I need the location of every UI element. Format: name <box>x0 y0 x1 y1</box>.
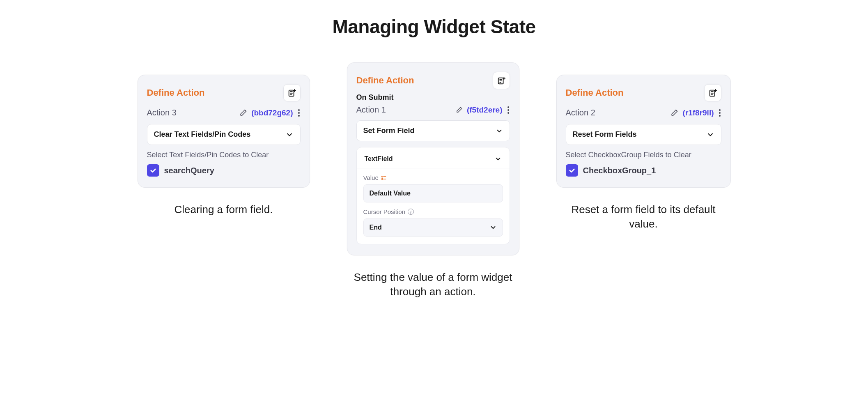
value-label-text: Value <box>363 174 379 181</box>
select-value: Reset Form Fields <box>573 130 637 139</box>
action-type-select[interactable]: Reset Form Fields <box>566 124 721 145</box>
add-action-button[interactable] <box>493 72 510 89</box>
action-label: Action 1 <box>356 105 386 115</box>
cards-row: Define Action Action 3 <box>0 75 868 299</box>
select-value: TextField <box>365 155 393 163</box>
checkbox-searchquery[interactable] <box>147 164 159 177</box>
checkbox-checkboxgroup1[interactable] <box>566 164 578 177</box>
panel-reset-fields: Define Action Action 2 <box>556 75 731 188</box>
chevron-down-icon <box>706 131 714 139</box>
edit-icon[interactable] <box>670 109 678 117</box>
action-row: Action 2 (r1f8r9il) <box>566 108 721 117</box>
kebab-icon[interactable] <box>507 106 510 115</box>
caption-left: Clearing a form field. <box>175 202 273 217</box>
kebab-icon[interactable] <box>297 108 301 117</box>
helper-text: Select CheckboxGroup Fields to Clear <box>566 151 721 159</box>
panel-set-field: Define Action On Submit Action 1 <box>347 62 519 255</box>
action-right: (bbd72g62) <box>239 108 300 117</box>
card-middle: Define Action On Submit Action 1 <box>347 62 519 299</box>
add-action-button[interactable] <box>704 84 721 101</box>
add-action-icon <box>708 88 717 97</box>
edit-icon[interactable] <box>455 106 463 114</box>
chevron-down-icon <box>285 131 294 139</box>
action-label: Action 2 <box>566 108 595 117</box>
action-id[interactable]: (bbd72g62) <box>251 108 293 117</box>
action-type-select[interactable]: Clear Text Fields/Pin Codes <box>147 124 301 145</box>
card-left: Define Action Action 3 <box>138 75 310 217</box>
select-value: Clear Text Fields/Pin Codes <box>154 130 251 139</box>
checkbox-row: searchQuery <box>147 164 301 177</box>
variable-icon[interactable] <box>381 175 387 180</box>
action-id[interactable]: (f5td2ere) <box>467 106 503 115</box>
panel-header: Define Action <box>356 72 510 89</box>
check-icon <box>149 167 157 174</box>
action-id[interactable]: (r1f8r9il) <box>682 108 714 117</box>
action-row: Action 3 (bbd72g62) <box>147 108 301 117</box>
cursor-position-select[interactable]: End <box>363 218 503 237</box>
helper-text: Select Text Fields/Pin Codes to Clear <box>147 151 301 159</box>
svg-point-12 <box>381 176 383 177</box>
action-label: Action 3 <box>147 108 177 117</box>
check-icon <box>568 167 576 174</box>
set-field-subpanel: TextField Value Cursor Position i <box>356 147 510 244</box>
panel-header: Define Action <box>147 84 301 101</box>
target-field-select[interactable]: TextField <box>363 153 503 168</box>
checkbox-row: CheckboxGroup_1 <box>566 164 721 177</box>
trigger-label: On Submit <box>356 93 510 102</box>
svg-point-13 <box>381 178 383 179</box>
select-value: End <box>370 224 382 231</box>
action-right: (f5td2ere) <box>455 106 510 115</box>
chevron-down-icon <box>494 155 502 163</box>
info-icon[interactable]: i <box>408 209 414 215</box>
caption-middle: Setting the value of a form widget throu… <box>347 270 519 299</box>
cursor-label-text: Cursor Position <box>363 208 406 215</box>
add-action-icon <box>497 76 506 85</box>
checkbox-label: CheckboxGroup_1 <box>583 166 656 175</box>
caption-right: Reset a form field to its default value. <box>557 202 730 231</box>
action-type-select[interactable]: Set Form Field <box>356 120 510 141</box>
cursor-label: Cursor Position i <box>363 208 503 215</box>
add-action-icon <box>287 88 296 97</box>
page-title: Managing Widget State <box>0 0 868 38</box>
panel-header: Define Action <box>566 84 721 101</box>
edit-icon[interactable] <box>239 109 247 117</box>
action-row: Action 1 (f5td2ere) <box>356 105 510 115</box>
define-action-heading: Define Action <box>356 75 414 86</box>
card-right: Define Action Action 2 <box>556 75 731 231</box>
value-input[interactable] <box>363 184 503 202</box>
action-right: (r1f8r9il) <box>670 108 721 117</box>
select-value: Set Form Field <box>363 126 415 135</box>
define-action-heading: Define Action <box>566 87 624 98</box>
kebab-icon[interactable] <box>718 108 721 117</box>
value-label: Value <box>363 174 503 181</box>
chevron-down-icon <box>496 127 503 135</box>
panel-clear-fields: Define Action Action 3 <box>138 75 310 188</box>
checkbox-label: searchQuery <box>164 166 214 175</box>
add-action-button[interactable] <box>283 84 301 101</box>
chevron-down-icon <box>489 224 497 231</box>
define-action-heading: Define Action <box>147 87 205 98</box>
